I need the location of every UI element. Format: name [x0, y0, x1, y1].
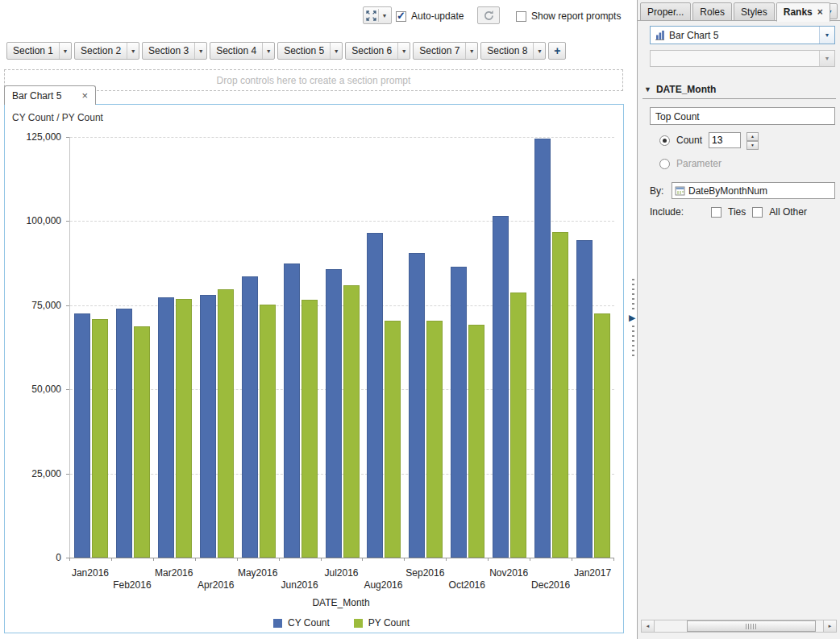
bar-cy-count-apr2016[interactable] — [200, 295, 216, 558]
bar-py-count-jul2016[interactable] — [343, 285, 360, 558]
bar-cy-count-feb2016[interactable] — [116, 309, 132, 558]
auto-update-control[interactable]: Auto-update — [396, 10, 464, 23]
horizontal-scrollbar[interactable]: ◄ ► — [641, 620, 837, 633]
panel-tab-roles[interactable]: Roles — [692, 2, 732, 21]
expand-arrows-icon — [366, 10, 376, 21]
x-axis-label: Nov2016 — [489, 567, 528, 579]
section-tab-label: Section 6 — [346, 43, 398, 59]
bar-cy-count-jun2016[interactable] — [284, 263, 300, 558]
bar-py-count-may2016[interactable] — [260, 305, 276, 558]
section-prompt-drop-zone[interactable]: Drop controls here to create a section p… — [4, 69, 623, 91]
chevron-down-icon[interactable]: ▼ — [398, 48, 410, 54]
spinner-down-icon[interactable]: ▼ — [746, 141, 759, 150]
section-tab-3[interactable]: Section 3▼ — [142, 42, 207, 60]
splitter-expand-icon[interactable]: ▶ — [629, 313, 635, 322]
rank-type-field[interactable]: Top Count — [650, 107, 835, 125]
close-icon[interactable]: × — [81, 90, 88, 101]
chevron-down-icon[interactable]: ▼ — [466, 48, 477, 54]
bar-py-count-apr2016[interactable] — [218, 289, 234, 558]
chevron-down-icon[interactable]: ▼ — [819, 27, 834, 44]
panel-tab-styles[interactable]: Styles — [734, 2, 775, 21]
scroll-left-icon[interactable]: ◄ — [642, 620, 655, 632]
bar-py-count-jan2017[interactable] — [594, 313, 610, 558]
chevron-down-icon[interactable]: ▼ — [60, 48, 71, 54]
x-axis-label: Jun2016 — [281, 579, 318, 591]
date-hierarchy-icon — [675, 185, 685, 196]
maximize-button[interactable]: ▼ — [363, 6, 392, 24]
all-other-label: All Other — [769, 206, 807, 218]
chevron-down-icon[interactable]: ▼ — [127, 48, 139, 54]
chevron-down-icon[interactable]: ▼ — [534, 48, 545, 54]
panel-tab-ranks[interactable]: Ranks× — [776, 2, 830, 22]
spinner-up-icon[interactable]: ▲ — [746, 132, 759, 141]
bar-py-count-sep2016[interactable] — [426, 321, 443, 558]
rank-group-header[interactable]: ▼ DATE_Month — [644, 84, 716, 95]
bar-cy-count-jan2016[interactable] — [74, 313, 90, 558]
chevron-down-icon[interactable]: ▼ — [331, 48, 342, 54]
scroll-right-icon[interactable]: ► — [823, 620, 836, 632]
object-tab-bar-chart-5[interactable]: Bar Chart 5 × — [4, 85, 96, 105]
bar-py-count-aug2016[interactable] — [385, 321, 401, 558]
bar-cy-count-sep2016[interactable] — [409, 253, 425, 558]
bar-py-count-nov2016[interactable] — [510, 293, 526, 558]
legend-label: PY Count — [368, 617, 410, 629]
bar-chart-icon — [655, 30, 665, 40]
bar-py-count-dec2016[interactable] — [552, 232, 568, 558]
bar-py-count-jun2016[interactable] — [301, 300, 318, 558]
object-selector-dropdown[interactable]: Bar Chart 5 ▼ — [650, 26, 835, 44]
show-report-prompts-control[interactable]: Show report prompts — [516, 10, 621, 23]
secondary-selector-dropdown[interactable]: ▼ — [650, 50, 835, 67]
all-other-checkbox[interactable] — [752, 207, 763, 218]
show-report-prompts-checkbox[interactable] — [516, 11, 526, 22]
gridline — [70, 305, 614, 306]
x-axis-label: Apr2016 — [198, 579, 234, 591]
section-tab-7[interactable]: Section 7▼ — [413, 42, 478, 60]
bar-py-count-feb2016[interactable] — [134, 326, 150, 558]
chevron-down-icon[interactable]: ▼ — [380, 13, 389, 19]
refresh-button[interactable] — [477, 6, 500, 24]
gridline — [70, 389, 614, 390]
bar-cy-count-oct2016[interactable] — [451, 267, 467, 558]
bar-py-count-jan2016[interactable] — [92, 319, 108, 558]
x-axis-label: Mar2016 — [155, 567, 193, 579]
close-icon[interactable]: × — [817, 6, 823, 18]
count-input[interactable] — [709, 132, 741, 148]
scrollbar-track[interactable] — [655, 620, 823, 632]
show-report-prompts-label: Show report prompts — [531, 10, 621, 22]
chevron-down-icon[interactable]: ▼ — [195, 48, 206, 54]
splitter-handle[interactable] — [632, 279, 634, 311]
by-label: By: — [650, 185, 672, 197]
section-tab-6[interactable]: Section 6▼ — [345, 42, 410, 60]
x-axis-label: Sep2016 — [405, 567, 444, 579]
section-tab-2[interactable]: Section 2▼ — [74, 42, 139, 60]
bar-cy-count-nov2016[interactable] — [493, 216, 509, 558]
auto-update-checkbox[interactable] — [396, 11, 406, 22]
chevron-down-icon[interactable]: ▼ — [263, 48, 274, 54]
splitter-handle[interactable] — [632, 326, 634, 358]
object-selector-value: Bar Chart 5 — [669, 30, 819, 41]
scrollbar-thumb[interactable] — [687, 620, 816, 632]
by-row: By: DateByMonthNum — [650, 182, 835, 199]
auto-update-label: Auto-update — [411, 10, 464, 22]
parameter-radio[interactable] — [659, 159, 670, 169]
add-section-tab[interactable]: + — [548, 42, 566, 60]
by-field[interactable]: DateByMonthNum — [672, 182, 835, 199]
section-tab-4[interactable]: Section 4▼ — [210, 42, 275, 60]
collapse-triangle-icon[interactable]: ▼ — [644, 85, 651, 93]
bar-py-count-oct2016[interactable] — [468, 325, 484, 558]
bar-cy-count-jul2016[interactable] — [326, 269, 342, 558]
bar-cy-count-aug2016[interactable] — [367, 233, 383, 558]
panel-tab-proper[interactable]: Proper... — [640, 2, 691, 21]
bar-chart-canvas[interactable]: CY Count / PY Count 025,00050,00075,0001… — [4, 104, 624, 633]
count-radio[interactable] — [659, 135, 670, 146]
bar-cy-count-jan2017[interactable] — [576, 240, 593, 558]
bar-cy-count-mar2016[interactable] — [158, 297, 174, 558]
ties-checkbox[interactable] — [711, 207, 721, 218]
bar-cy-count-dec2016[interactable] — [534, 139, 551, 558]
plot-area — [69, 137, 614, 558]
bar-cy-count-may2016[interactable] — [242, 276, 258, 558]
section-tab-8[interactable]: Section 8▼ — [480, 42, 546, 60]
bar-py-count-mar2016[interactable] — [176, 299, 192, 558]
section-tab-1[interactable]: Section 1▼ — [6, 42, 72, 60]
section-tab-5[interactable]: Section 5▼ — [277, 42, 343, 60]
